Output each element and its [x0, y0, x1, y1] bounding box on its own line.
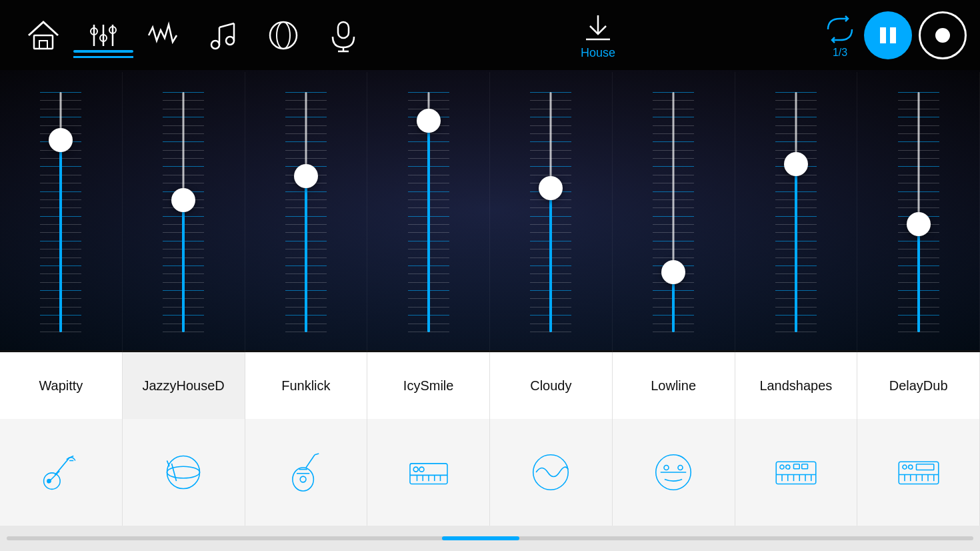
- track-name-4[interactable]: IcySmile: [367, 352, 490, 419]
- svg-rect-15: [338, 22, 349, 38]
- track-name-5[interactable]: Cloudy: [490, 352, 613, 419]
- slider-container-5: [527, 92, 574, 332]
- track-name-7[interactable]: Landshapes: [735, 352, 858, 419]
- svg-rect-65: [916, 464, 933, 470]
- page-indicator: 1/3: [833, 47, 847, 59]
- scroll-track[interactable]: [7, 536, 973, 540]
- svg-rect-1: [39, 41, 47, 49]
- track-name-6[interactable]: Lowline: [613, 352, 735, 419]
- pause-button[interactable]: [864, 11, 912, 59]
- svg-rect-20: [890, 27, 896, 43]
- slider-thumb-7[interactable]: [784, 152, 808, 176]
- slider-col-8[interactable]: [857, 72, 980, 352]
- svg-point-49: [678, 466, 683, 470]
- slider-container-6: [650, 92, 697, 332]
- svg-point-33: [300, 476, 306, 482]
- nav-notes[interactable]: [193, 18, 253, 53]
- track-name-3[interactable]: Funklick: [245, 352, 368, 419]
- svg-point-14: [277, 22, 290, 49]
- nav-fx[interactable]: [253, 18, 313, 53]
- slider-thumb-2[interactable]: [171, 188, 195, 212]
- svg-point-8: [211, 41, 219, 49]
- nav-mic[interactable]: [313, 18, 373, 53]
- nav-right-controls: 1/3: [823, 11, 967, 59]
- instrument-cell-5[interactable]: [490, 419, 613, 526]
- instrument-cell-4[interactable]: [367, 419, 490, 526]
- slider-col-4[interactable]: [367, 72, 490, 352]
- svg-point-27: [167, 456, 200, 489]
- slider-thumb-6[interactable]: [661, 260, 685, 284]
- download-button[interactable]: House: [581, 10, 615, 60]
- slider-thumb-1[interactable]: [49, 128, 73, 152]
- slider-container-7: [773, 92, 819, 332]
- instrument-cell-2[interactable]: [123, 419, 245, 526]
- slider-container-2: [160, 92, 207, 332]
- slider-col-3[interactable]: [245, 72, 368, 352]
- svg-point-64: [908, 465, 912, 469]
- svg-point-37: [413, 467, 418, 472]
- svg-rect-0: [34, 35, 53, 49]
- instrument-cell-6[interactable]: [613, 419, 735, 526]
- scroll-thumb[interactable]: [442, 536, 519, 540]
- slider-col-6[interactable]: [613, 72, 735, 352]
- track-name-2[interactable]: JazzyHouseD: [123, 352, 245, 419]
- nav-mixer[interactable]: [73, 18, 133, 53]
- top-navigation: House 1/3: [0, 0, 980, 70]
- slider-container-4: [405, 92, 452, 332]
- track-names-row: WapittyJazzyHouseDFunklickIcySmileCloudy…: [0, 352, 980, 419]
- slider-thumb-5[interactable]: [539, 176, 563, 200]
- download-label: House: [581, 46, 615, 60]
- instrument-cell-3[interactable]: [245, 419, 368, 526]
- svg-point-38: [419, 467, 424, 472]
- slider-thumb-8[interactable]: [907, 212, 931, 236]
- sliders-area: [0, 72, 980, 352]
- svg-rect-19: [880, 27, 886, 43]
- svg-point-52: [786, 465, 790, 469]
- svg-point-21: [936, 29, 949, 42]
- slider-col-1[interactable]: [0, 72, 123, 352]
- slider-container-8: [895, 92, 942, 332]
- svg-point-45: [533, 455, 569, 490]
- svg-point-22: [44, 473, 61, 490]
- svg-rect-54: [802, 464, 808, 469]
- svg-point-9: [226, 37, 234, 45]
- svg-line-32: [315, 454, 319, 455]
- instrument-cell-1[interactable]: [0, 419, 123, 526]
- track-name-1[interactable]: Wapitty: [0, 352, 123, 419]
- instrument-icons-row: [0, 419, 980, 526]
- slider-col-7[interactable]: [735, 72, 858, 352]
- svg-rect-53: [793, 464, 799, 469]
- nav-center: House: [373, 10, 823, 60]
- svg-line-29: [172, 464, 177, 481]
- record-button[interactable]: [919, 11, 967, 59]
- nav-sequencer[interactable]: [133, 18, 193, 53]
- bottom-scrollbar[interactable]: [0, 526, 980, 551]
- slider-col-5[interactable]: [490, 72, 613, 352]
- svg-point-51: [780, 465, 784, 469]
- instrument-cell-7[interactable]: [735, 419, 858, 526]
- svg-point-28: [167, 466, 200, 478]
- svg-point-13: [270, 22, 297, 49]
- slider-col-2[interactable]: [123, 72, 245, 352]
- slider-thumb-4[interactable]: [417, 109, 441, 133]
- slider-container-3: [283, 92, 329, 332]
- slider-container-1: [37, 92, 84, 332]
- instrument-cell-8[interactable]: [857, 419, 980, 526]
- svg-point-63: [903, 465, 907, 469]
- track-name-8[interactable]: DelayDub: [857, 352, 980, 419]
- svg-point-48: [664, 466, 669, 470]
- slider-thumb-3[interactable]: [294, 164, 318, 188]
- svg-line-12: [219, 23, 234, 27]
- loop-button[interactable]: 1/3: [823, 12, 857, 59]
- nav-home[interactable]: [13, 18, 73, 53]
- svg-point-31: [293, 468, 314, 491]
